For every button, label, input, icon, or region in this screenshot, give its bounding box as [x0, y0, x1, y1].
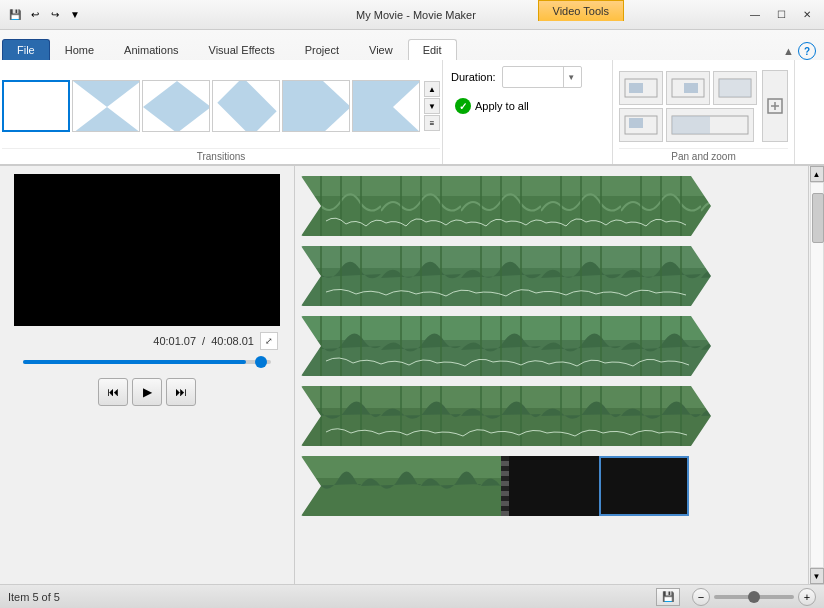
- redo-qa-button[interactable]: ↪: [46, 6, 64, 24]
- duration-dropdown[interactable]: ▼: [563, 67, 579, 87]
- status-text: Item 5 of 5: [8, 591, 60, 603]
- duration-section: Duration: ▼ ✓ Apply to all: [443, 60, 613, 164]
- clip-strip-1[interactable]: [301, 176, 798, 236]
- pan-zoom-items: [619, 64, 788, 148]
- main-content: 40:01.07 / 40:08.01 ⤢ ⏮ ▶ ⏭: [0, 166, 824, 584]
- window-title: My Movie - Movie Maker: [90, 9, 742, 21]
- scroll-up-button[interactable]: ▲: [810, 166, 824, 182]
- pan-zoom-grid: [619, 71, 757, 142]
- maximize-button[interactable]: ☐: [768, 5, 794, 25]
- zoom-in-button[interactable]: +: [798, 588, 816, 606]
- qa-dropdown-button[interactable]: ▼: [66, 6, 84, 24]
- time-total: 40:08.01: [211, 335, 254, 347]
- timeline-content: [295, 166, 808, 584]
- duration-input-wrapper: ▼: [502, 66, 582, 88]
- transition-1[interactable]: [72, 80, 140, 132]
- apply-icon: ✓: [455, 98, 471, 114]
- tab-visual-effects[interactable]: Visual Effects: [194, 39, 290, 60]
- pan-zoom-more[interactable]: [762, 70, 788, 142]
- ribbon-content: ▲ ▼ ≡ Transitions Duration: ▼ ✓ Apply to…: [0, 60, 824, 165]
- play-button[interactable]: ▶: [132, 378, 162, 406]
- svg-marker-50: [301, 456, 501, 516]
- clip-strip-2[interactable]: [301, 246, 798, 306]
- video-tools-label: Video Tools: [538, 0, 624, 21]
- tab-file[interactable]: File: [2, 39, 50, 60]
- svg-rect-14: [684, 83, 698, 93]
- transitions-scroll: ▲ ▼ ≡: [424, 81, 440, 131]
- tab-edit[interactable]: Edit: [408, 39, 457, 60]
- tab-project[interactable]: Project: [290, 39, 354, 60]
- close-button[interactable]: ✕: [794, 5, 820, 25]
- zoom-slider[interactable]: [714, 595, 794, 599]
- ribbon-collapse-button[interactable]: ▲: [783, 45, 794, 57]
- zoom-thumb[interactable]: [748, 591, 760, 603]
- forward-button[interactable]: ⏭: [166, 378, 196, 406]
- svg-marker-41: [301, 316, 711, 376]
- tab-view[interactable]: View: [354, 39, 408, 60]
- media-controls: ⏮ ▶ ⏭: [98, 378, 196, 406]
- svg-rect-16: [719, 79, 751, 97]
- save-qa-button[interactable]: 💾: [6, 6, 24, 24]
- scroll-track: [810, 182, 824, 568]
- transitions-label: Transitions: [2, 148, 440, 164]
- ribbon: File Home Animations Visual Effects Proj…: [0, 30, 824, 166]
- seek-bar[interactable]: [23, 354, 271, 370]
- transitions-section: ▲ ▼ ≡ Transitions: [0, 60, 443, 164]
- preview-panel: 40:01.07 / 40:08.01 ⤢ ⏮ ▶ ⏭: [0, 166, 295, 584]
- apply-to-all-button[interactable]: ✓ Apply to all: [451, 96, 604, 116]
- transition-3[interactable]: [212, 80, 280, 132]
- transition-none[interactable]: [2, 80, 70, 132]
- pan-zoom-item-2[interactable]: [666, 71, 710, 105]
- time-display: 40:01.07 / 40:08.01 ⤢: [153, 332, 278, 350]
- pan-zoom-item-1[interactable]: [619, 71, 663, 105]
- svg-marker-47: [301, 386, 711, 446]
- clip-strip-4[interactable]: [301, 386, 798, 446]
- seek-thumb[interactable]: [255, 356, 267, 368]
- tab-animations[interactable]: Animations: [109, 39, 193, 60]
- svg-rect-20: [672, 116, 710, 134]
- transition-2[interactable]: [142, 80, 210, 132]
- transition-5[interactable]: [352, 80, 420, 132]
- ribbon-tabs: File Home Animations Visual Effects Proj…: [0, 30, 824, 60]
- duration-input[interactable]: [503, 69, 563, 85]
- undo-qa-button[interactable]: ↩: [26, 6, 44, 24]
- pan-zoom-label: Pan and zoom: [619, 148, 788, 164]
- minimize-button[interactable]: —: [742, 5, 768, 25]
- help-button[interactable]: ?: [798, 42, 816, 60]
- timeline: ▲ ▼: [295, 166, 824, 584]
- clip-strip-3[interactable]: [301, 316, 798, 376]
- apply-to-all-label: Apply to all: [475, 100, 529, 112]
- svg-rect-17: [629, 118, 643, 128]
- rewind-button[interactable]: ⏮: [98, 378, 128, 406]
- transitions-scroll-down[interactable]: ▼: [424, 98, 440, 114]
- transition-4[interactable]: [282, 80, 350, 132]
- pan-zoom-item-5[interactable]: [666, 108, 754, 142]
- transitions-scroll-all[interactable]: ≡: [424, 115, 440, 131]
- svg-rect-12: [629, 83, 643, 93]
- zoom-out-button[interactable]: −: [692, 588, 710, 606]
- duration-row: Duration: ▼: [451, 66, 604, 88]
- time-current: 40:01.07: [153, 335, 196, 347]
- scroll-down-button[interactable]: ▼: [810, 568, 824, 584]
- ribbon-spacer: [795, 60, 824, 164]
- scroll-thumb[interactable]: [812, 193, 824, 243]
- time-separator: /: [202, 335, 205, 347]
- tab-home[interactable]: Home: [50, 39, 109, 60]
- quick-access-toolbar: 💾 ↩ ↪ ▼: [0, 6, 90, 24]
- svg-marker-35: [301, 246, 711, 306]
- clip-strip-5[interactable]: [301, 456, 798, 516]
- duration-label: Duration:: [451, 71, 496, 83]
- time-expand-button[interactable]: ⤢: [260, 332, 278, 350]
- zoom-controls: 💾 − +: [656, 588, 816, 606]
- transitions-scroll-up[interactable]: ▲: [424, 81, 440, 97]
- titlebar: 💾 ↩ ↪ ▼ My Movie - Movie Maker Video Too…: [0, 0, 824, 30]
- pan-zoom-item-3[interactable]: [713, 71, 757, 105]
- pan-zoom-section: Pan and zoom: [613, 60, 795, 164]
- preview-screen: [14, 174, 280, 326]
- statusbar: Item 5 of 5 💾 − +: [0, 584, 824, 608]
- save-to-project-icon[interactable]: 💾: [656, 588, 680, 606]
- window-controls: — ☐ ✕: [742, 5, 820, 25]
- svg-marker-29: [301, 176, 711, 236]
- timeline-scrollbar: ▲ ▼: [808, 166, 824, 584]
- pan-zoom-item-4[interactable]: [619, 108, 663, 142]
